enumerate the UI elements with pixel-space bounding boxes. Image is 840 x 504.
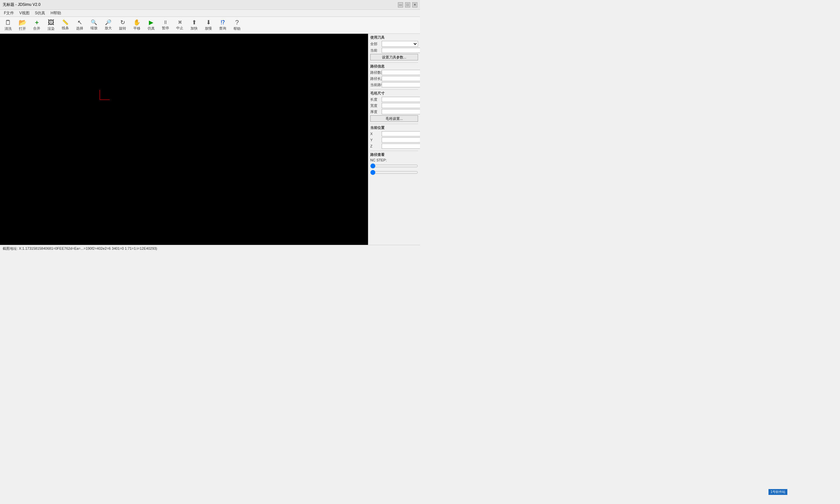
btn-stop[interactable]: ✖ 中止 [173, 18, 187, 33]
stop-label: 中止 [176, 26, 183, 31]
pan-icon: ✋ [133, 19, 140, 25]
open-icon: 📂 [19, 19, 27, 26]
pos-x-row: X [370, 131, 418, 137]
blank-size-section: 毛坯尺寸 长度 宽度 厚度 毛坯设置... [370, 91, 418, 122]
btn-pause[interactable]: ⏸ 暂停 [159, 18, 172, 33]
pause-label: 暂停 [162, 26, 169, 31]
title-text: 无标题 - JDSimu V2.0 [3, 2, 41, 7]
tool-settings-btn[interactable]: 设置刀具参数... [370, 54, 418, 60]
btn-speedup[interactable]: ⬆ 加快 [187, 18, 201, 33]
btn-render[interactable]: 🖼 渲染 [44, 18, 58, 33]
speedup-icon: ⬆ [192, 19, 197, 25]
path-view-title: 路径查看 [370, 152, 418, 157]
slowdown-label: 放慢 [205, 26, 212, 31]
path-count-input[interactable] [382, 70, 420, 75]
nc-step-slider-1[interactable] [370, 164, 418, 168]
blank-length-input[interactable] [382, 97, 420, 102]
pos-x-input[interactable] [382, 131, 420, 137]
maximize-button[interactable]: □ [405, 2, 410, 7]
rotate-label: 旋转 [119, 26, 126, 31]
right-panel: 使用刀具 全部 当前 设置刀具参数... 路径信息 路径数目 路径长度 [368, 34, 420, 245]
pos-x-label: X [370, 132, 381, 136]
blank-settings-btn[interactable]: 毛坯设置... [370, 115, 418, 122]
current-path-row: 当前路径 [370, 82, 418, 87]
path-length-label: 路径长度 [370, 76, 381, 81]
pan-label: 平移 [133, 26, 140, 31]
menu-bar: F文件 V视图 S仿真 H帮助 [0, 10, 420, 17]
current-position-section: 当前位置 X Y Z [370, 125, 418, 149]
path-info-section: 路径信息 路径数目 路径长度 当前路径 [370, 64, 418, 87]
current-position-title: 当前位置 [370, 125, 418, 130]
zoomin-label: 放大 [105, 26, 112, 31]
stop-icon: ✖ [178, 20, 182, 25]
blank-size-title: 毛坯尺寸 [370, 91, 418, 96]
clean-icon: 🗒 [5, 19, 11, 26]
pause-icon: ⏸ [163, 20, 168, 25]
slowdown-icon: ⬇ [206, 19, 211, 25]
nc-step-row: NC STEP: [370, 158, 418, 162]
menu-file[interactable]: F文件 [1, 10, 17, 17]
divider-1 [370, 62, 418, 63]
btn-slowdown[interactable]: ⬇ 放慢 [202, 18, 215, 33]
pos-z-input[interactable] [382, 144, 420, 149]
blank-thickness-label: 厚度 [370, 109, 381, 114]
current-path-input[interactable] [382, 82, 420, 87]
btn-pan[interactable]: ✋ 平移 [130, 18, 144, 33]
btn-help[interactable]: ? 帮助 [230, 18, 244, 33]
blank-width-row: 宽度 [370, 103, 418, 108]
pos-y-input[interactable] [382, 137, 420, 143]
simulate-label: 仿真 [148, 26, 155, 31]
btn-query[interactable]: ⁉ 查询 [216, 18, 229, 33]
path-view-section: 路径查看 NC STEP: [370, 152, 418, 176]
path-length-row: 路径长度 [370, 76, 418, 81]
open-label: 打开 [19, 26, 26, 31]
zoomin-icon: 🔎 [105, 20, 112, 25]
tool-all-select[interactable] [382, 41, 418, 47]
divider-3 [370, 124, 418, 124]
rotate-icon: ↻ [120, 19, 125, 25]
title-controls: — □ ✕ [398, 2, 417, 7]
blank-thickness-row: 厚度 [370, 109, 418, 114]
pos-z-label: Z [370, 144, 381, 148]
path-length-input[interactable] [382, 76, 420, 81]
minimize-button[interactable]: — [398, 2, 403, 7]
menu-help[interactable]: H帮助 [48, 10, 64, 17]
merge-icon: ＋ [34, 19, 40, 25]
btn-merge[interactable]: ＋ 合并 [30, 18, 44, 33]
path-count-row: 路径数目 [370, 70, 418, 75]
blank-width-label: 宽度 [370, 103, 381, 108]
btn-zoomin[interactable]: 🔎 放大 [101, 18, 115, 33]
close-button[interactable]: ✕ [412, 2, 417, 7]
help-label: 帮助 [234, 26, 241, 31]
menu-view[interactable]: V视图 [17, 10, 32, 17]
render-icon: 🖼 [48, 19, 54, 26]
btn-zoom[interactable]: 🔍 缩放 [87, 18, 101, 33]
pos-y-label: Y [370, 138, 381, 142]
tool-current-input[interactable] [382, 48, 420, 53]
btn-simulate[interactable]: ▶ 仿真 [144, 18, 158, 33]
path-count-label: 路径数目 [370, 70, 381, 75]
toolbar: 🗒 清洗 📂 打开 ＋ 合并 🖼 渲染 📏 线条 ↖ 选择 🔍 缩放 🔎 放大 … [0, 17, 420, 34]
btn-lines[interactable]: 📏 线条 [58, 18, 72, 33]
status-bar: 截图地址: X:1.17315815840681=0FEE762d=Ea=...… [0, 245, 420, 252]
tool-section: 使用刀具 全部 当前 设置刀具参数... [370, 35, 418, 60]
merge-label: 合并 [33, 26, 40, 31]
select-icon: ↖ [78, 19, 82, 25]
zoom-icon: 🔍 [91, 20, 97, 25]
nc-step-slider-2[interactable] [370, 170, 418, 175]
select-label: 选择 [76, 26, 83, 31]
btn-clean[interactable]: 🗒 清洗 [1, 18, 15, 33]
render-label: 渲染 [48, 26, 55, 31]
blank-thickness-input[interactable] [382, 109, 420, 114]
btn-select[interactable]: ↖ 选择 [73, 18, 86, 33]
btn-open[interactable]: 📂 打开 [16, 18, 29, 33]
current-path-label: 当前路径 [370, 83, 381, 87]
menu-simulate[interactable]: S仿真 [32, 10, 48, 17]
btn-rotate[interactable]: ↻ 旋转 [116, 18, 130, 33]
lines-icon: 📏 [62, 20, 69, 25]
zoom-label: 缩放 [90, 26, 98, 31]
blank-width-input[interactable] [382, 103, 420, 108]
tool-section-title: 使用刀具 [370, 35, 418, 40]
canvas-area[interactable] [0, 34, 368, 245]
slider-2-row [370, 169, 418, 176]
